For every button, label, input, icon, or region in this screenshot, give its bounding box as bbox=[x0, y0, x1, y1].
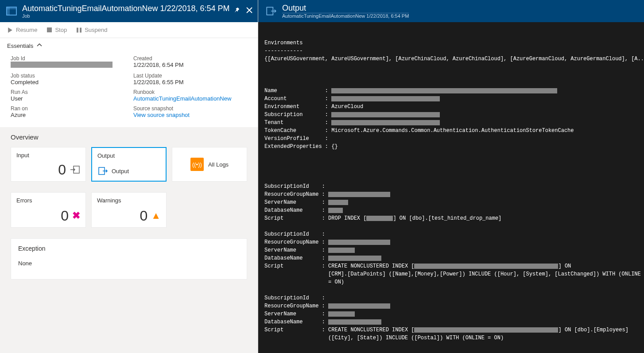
suspend-label: Suspend bbox=[85, 27, 107, 33]
source-snapshot-label: Source snapshot bbox=[133, 105, 247, 112]
runbook-link[interactable]: AutomaticTuningEmailAutomationNew bbox=[133, 95, 231, 102]
overview-title: Overview bbox=[11, 133, 247, 141]
overview-section: Overview Input 0 Output Output ((•)) All… bbox=[0, 127, 258, 353]
input-tile-title: Input bbox=[16, 152, 80, 159]
input-icon bbox=[70, 164, 80, 175]
output-title: Output bbox=[282, 4, 409, 13]
close-icon[interactable] bbox=[246, 7, 252, 15]
all-logs-tile[interactable]: ((•)) All Logs bbox=[172, 147, 247, 182]
stop-label: Stop bbox=[55, 27, 67, 33]
warning-triangle-icon: ▲ bbox=[151, 210, 161, 221]
runbook-label: Runbook bbox=[133, 89, 247, 95]
svg-rect-5 bbox=[80, 27, 81, 32]
warnings-tile-value: 0 bbox=[140, 209, 147, 223]
warnings-tile[interactable]: Warnings 0 ▲ bbox=[91, 192, 167, 228]
input-tile[interactable]: Input 0 bbox=[11, 147, 86, 182]
job-status-value: Completed bbox=[11, 79, 124, 85]
tiles-row-2: Errors 0 ✖ Warnings 0 ▲ bbox=[11, 192, 247, 228]
chevron-up-icon bbox=[37, 43, 42, 49]
input-tile-value: 0 bbox=[58, 163, 66, 177]
output-icon bbox=[97, 166, 108, 176]
suspend-button[interactable]: Suspend bbox=[76, 27, 107, 33]
stop-button[interactable]: Stop bbox=[46, 27, 67, 33]
warnings-tile-title: Warnings bbox=[97, 197, 161, 204]
errors-tile[interactable]: Errors 0 ✖ bbox=[11, 192, 86, 228]
source-snapshot-link[interactable]: View source snapshot bbox=[133, 112, 190, 118]
last-update-value: 1/22/2018, 6:55 PM bbox=[133, 79, 247, 85]
output-header-icon bbox=[265, 5, 277, 17]
play-icon bbox=[7, 27, 13, 33]
svg-rect-4 bbox=[77, 27, 78, 32]
created-label: Created bbox=[133, 55, 247, 62]
output-tile-title: Output bbox=[97, 152, 160, 159]
job-id-label: Job Id bbox=[11, 55, 124, 62]
essentials-toggle[interactable]: Essentials bbox=[0, 38, 258, 54]
run-as-label: Run As bbox=[11, 89, 124, 95]
job-subtitle: Job bbox=[22, 13, 234, 19]
stop-icon bbox=[46, 27, 52, 33]
exception-tile[interactable]: Exception None bbox=[11, 238, 247, 279]
run-as-value: User bbox=[11, 95, 124, 102]
essentials-grid: Job Id Created 1/22/2018, 6:54 PM Job st… bbox=[0, 54, 258, 127]
errors-tile-title: Errors bbox=[16, 197, 80, 204]
ran-on-value: Azure bbox=[11, 112, 124, 118]
essentials-label: Essentials bbox=[7, 43, 33, 49]
job-status-label: Job status bbox=[11, 73, 124, 79]
job-title: AutomaticTuningEmailAutomationNew 1/22/2… bbox=[22, 4, 234, 13]
ran-on-label: Ran on bbox=[11, 105, 124, 112]
output-subtitle: AutomaticTuningEmailAutomationNew 1/22/2… bbox=[282, 13, 409, 19]
exception-value: None bbox=[18, 260, 240, 267]
created-value: 1/22/2018, 6:54 PM bbox=[133, 62, 247, 68]
job-toolbar: Resume Stop Suspend bbox=[0, 22, 258, 38]
job-header-icon bbox=[5, 5, 18, 17]
svg-rect-3 bbox=[47, 27, 52, 32]
all-logs-label: All Logs bbox=[208, 161, 229, 168]
pause-icon bbox=[76, 27, 82, 33]
resume-label: Resume bbox=[16, 27, 37, 33]
tiles-row-1: Input 0 Output Output ((•)) All Logs bbox=[11, 147, 247, 182]
output-tile-link-label: Output bbox=[112, 168, 129, 175]
output-text: Environments ------------ {[AzureUSGover… bbox=[264, 31, 644, 342]
pin-icon[interactable] bbox=[234, 7, 240, 15]
job-blade: AutomaticTuningEmailAutomationNew 1/22/2… bbox=[0, 0, 258, 353]
exception-title: Exception bbox=[18, 245, 240, 252]
output-tile[interactable]: Output Output bbox=[91, 147, 167, 182]
job-id-value-redacted bbox=[11, 62, 113, 68]
output-console[interactable]: Environments ------------ {[AzureUSGover… bbox=[258, 22, 644, 353]
error-x-icon: ✖ bbox=[72, 210, 80, 221]
header-titles: AutomaticTuningEmailAutomationNew 1/22/2… bbox=[22, 4, 234, 19]
last-update-label: Last Update bbox=[133, 73, 247, 79]
output-header: Output AutomaticTuningEmailAutomationNew… bbox=[258, 0, 644, 22]
output-header-titles: Output AutomaticTuningEmailAutomationNew… bbox=[282, 4, 409, 19]
svg-rect-2 bbox=[7, 7, 16, 9]
header-actions bbox=[234, 7, 252, 15]
errors-tile-value: 0 bbox=[61, 209, 69, 223]
output-blade: Output AutomaticTuningEmailAutomationNew… bbox=[258, 0, 644, 353]
job-header: AutomaticTuningEmailAutomationNew 1/22/2… bbox=[0, 0, 258, 22]
resume-button[interactable]: Resume bbox=[7, 27, 37, 33]
logs-icon: ((•)) bbox=[190, 158, 204, 171]
